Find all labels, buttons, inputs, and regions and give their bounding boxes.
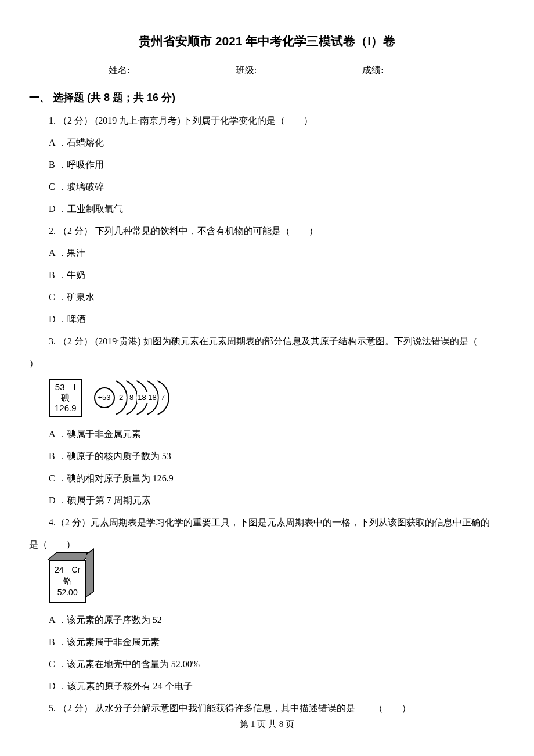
q3-figure: 53 I 碘 126.9 +53 2 8 18 18 7 [49, 379, 505, 417]
q4-option-d[interactable]: D ．该元素的原子核外有 24 个电子 [49, 679, 505, 693]
student-info-row: 姓名: 班级: 成绩: [29, 63, 505, 77]
q1-stem: 1. （2 分） (2019 九上·南京月考) 下列属于化学变化的是（ ） [49, 114, 505, 128]
question-2: 2. （2 分） 下列几种常见的饮料中，不含有机物的可能是（ ） A ．果汁 B… [29, 224, 505, 326]
nucleus: +53 [94, 387, 115, 408]
score-label: 成绩: [362, 65, 383, 75]
q4-option-c[interactable]: C ．该元素在地壳中的含量为 52.00% [49, 657, 505, 671]
q4-stem-end: 是（ ） [29, 538, 505, 552]
q3-option-c[interactable]: C ．碘的相对原子质量为 126.9 [49, 471, 505, 485]
q1-option-a[interactable]: A ．石蜡熔化 [49, 136, 505, 150]
shell-5: 7 [158, 380, 168, 415]
q2-option-c[interactable]: C ．矿泉水 [49, 290, 505, 304]
chromium-mass: 52.00 [55, 587, 80, 599]
section-1-header: 一、 选择题 (共 8 题；共 16 分) [29, 90, 505, 106]
q2-option-a[interactable]: A ．果汁 [49, 246, 505, 260]
chromium-name: 铬 [55, 575, 80, 587]
iodine-atom-diagram: +53 2 8 18 18 7 [94, 380, 168, 415]
shell-4: 18 [147, 380, 158, 415]
q4-stem: 4.（2 分）元素周期表是学习化学的重要工具，下图是元素周期表中的一格，下列从该… [49, 516, 505, 530]
q4-option-b[interactable]: B ．该元素属于非金属元素 [49, 635, 505, 649]
class-field[interactable]: 班级: [236, 63, 298, 77]
question-1: 1. （2 分） (2019 九上·南京月考) 下列属于化学变化的是（ ） A … [29, 114, 505, 216]
shell-3: 18 [137, 380, 147, 415]
q4-figure: 24 Cr 铬 52.00 [49, 560, 101, 603]
name-label: 姓名: [109, 65, 129, 75]
q3-option-a[interactable]: A ．碘属于非金属元素 [49, 427, 505, 441]
iodine-name: 碘 [55, 393, 77, 403]
question-4: 4.（2 分）元素周期表是学习化学的重要工具，下图是元素周期表中的一格，下列从该… [29, 516, 505, 694]
question-5: 5. （2 分） 从水分子分解示意图中我们能获得许多信息，其中描述错误的是 （ … [29, 701, 505, 715]
q2-stem: 2. （2 分） 下列几种常见的饮料中，不含有机物的可能是（ ） [49, 224, 505, 238]
q3-stem: 3. （2 分） (2019·贵港) 如图为碘元素在元素周期表的部分信息及其原子… [49, 334, 505, 348]
q3-option-b[interactable]: B ．碘原子的核内质子数为 53 [49, 449, 505, 463]
q1-option-c[interactable]: C ．玻璃破碎 [49, 180, 505, 194]
chromium-pt-cell: 24 Cr 铬 52.00 [49, 560, 86, 603]
class-label: 班级: [236, 65, 257, 75]
q1-option-d[interactable]: D ．工业制取氧气 [49, 202, 505, 216]
name-field[interactable]: 姓名: [109, 63, 171, 77]
q2-option-d[interactable]: D ．啤酒 [49, 312, 505, 326]
q2-option-b[interactable]: B ．牛奶 [49, 268, 505, 282]
exam-title: 贵州省安顺市 2021 年中考化学三模试卷（I）卷 [29, 32, 505, 51]
iodine-pt-cell: 53 I 碘 126.9 [49, 379, 82, 417]
shell-1: 2 [116, 380, 127, 415]
shell-2: 8 [127, 380, 137, 415]
q3-stem-end: ） [29, 357, 505, 370]
q4-option-a[interactable]: A ．该元素的原子序数为 52 [49, 613, 505, 627]
q5-stem: 5. （2 分） 从水分子分解示意图中我们能获得许多信息，其中描述错误的是 （ … [49, 701, 505, 715]
page-footer: 第 1 页 共 8 页 [29, 718, 505, 731]
question-3: 3. （2 分） (2019·贵港) 如图为碘元素在元素周期表的部分信息及其原子… [29, 334, 505, 507]
iodine-mass: 126.9 [55, 403, 77, 413]
q3-option-d[interactable]: D ．碘属于第 7 周期元素 [49, 494, 505, 507]
iodine-number-symbol: 53 I [55, 382, 77, 393]
score-field[interactable]: 成绩: [362, 63, 425, 77]
chromium-number-symbol: 24 Cr [55, 564, 80, 576]
q1-option-b[interactable]: B ．呼吸作用 [49, 158, 505, 172]
